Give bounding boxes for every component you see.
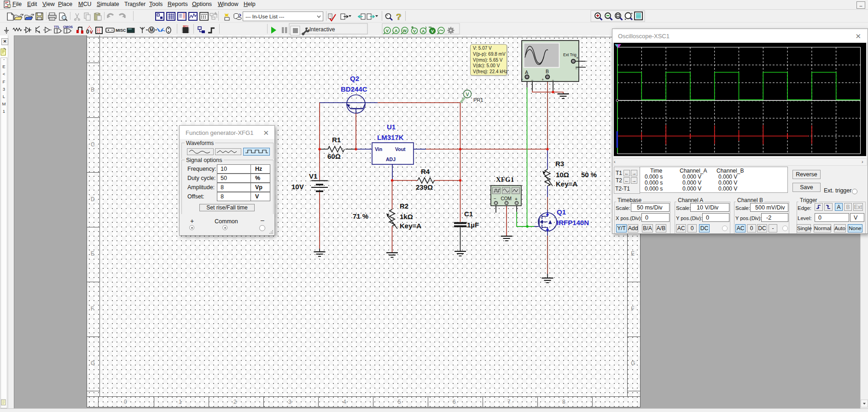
svg-text:Q1: Q1 [557,208,566,216]
svg-text:XFG1: XFG1 [496,176,514,183]
svg-text:U1: U1 [387,123,396,131]
svg-text:−: − [494,196,496,201]
svg-text:Vin: Vin [375,146,382,152]
svg-text:V1: V1 [309,172,317,180]
svg-text:60Ω: 60Ω [327,152,341,160]
svg-text:239Ω: 239Ω [416,183,433,191]
svg-text:1µF: 1µF [467,221,479,229]
svg-text:Key=A: Key=A [556,180,577,188]
svg-text:−: − [531,78,533,82]
svg-text:Vout: Vout [395,146,406,152]
svg-text:+: + [521,77,523,82]
svg-text:IRFP140N: IRFP140N [557,219,589,226]
svg-text:R1: R1 [332,136,341,144]
svg-text:−: − [552,78,554,82]
svg-text:B: B [546,69,549,74]
svg-text:50 %: 50 % [581,171,597,179]
svg-text:V: V [466,92,469,97]
svg-text:R3: R3 [555,160,564,168]
svg-text:Q2: Q2 [350,75,359,82]
svg-text:R4: R4 [421,168,430,175]
svg-text:+: + [515,197,518,202]
svg-text:ADJ: ADJ [386,157,396,162]
svg-text:C1: C1 [464,210,473,218]
svg-text:+: + [576,56,578,60]
svg-text:PR1: PR1 [473,97,483,103]
svg-text:+: + [542,77,544,82]
svg-text:Ext Trig: Ext Trig [563,52,577,57]
svg-text:COM: COM [501,196,512,201]
svg-text:Key=A: Key=A [400,222,421,230]
svg-text:R2: R2 [400,202,408,210]
svg-text:LM317K: LM317K [377,133,404,141]
svg-text:A: A [525,70,528,75]
svg-text:BD244C: BD244C [341,85,367,93]
svg-text:71 %: 71 % [353,212,368,220]
svg-text:10V: 10V [291,183,304,191]
svg-text:−: − [575,66,577,71]
svg-text:10Ω: 10Ω [556,171,569,179]
svg-text:1kΩ: 1kΩ [400,213,413,221]
